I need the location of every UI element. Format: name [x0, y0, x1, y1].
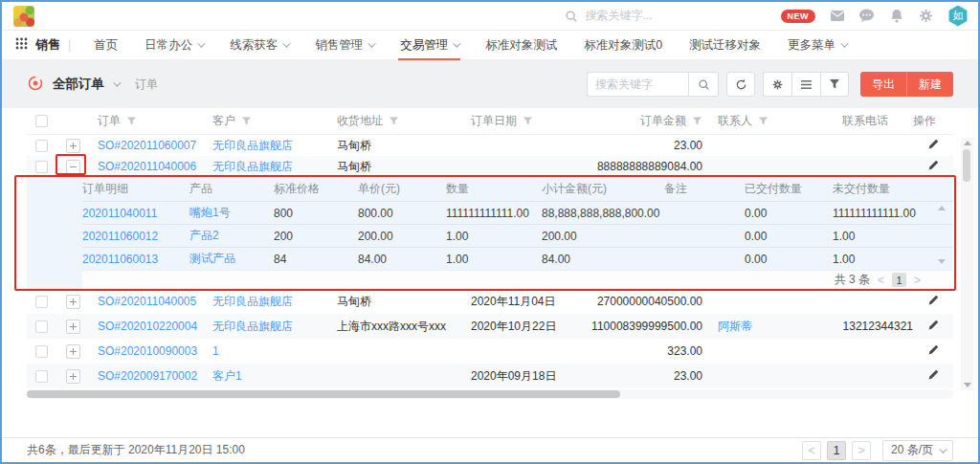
- col-amount: 订单金额: [640, 113, 686, 129]
- app-grid-icon[interactable]: [15, 37, 28, 53]
- filter-icon[interactable]: [389, 116, 399, 126]
- customer-link[interactable]: 无印良品旗舰店: [212, 139, 293, 152]
- top-bar: 搜索关键字... NEW 如: [2, 2, 978, 31]
- app-window: 搜索关键字... NEW 如 销售 | 首页 日常办公 线索获客: [0, 0, 980, 464]
- select-all-checkbox[interactable]: [35, 115, 48, 127]
- filter-icon[interactable]: [523, 116, 533, 126]
- nav-item-migrate-test[interactable]: 测试迁移对象: [676, 31, 774, 60]
- user-avatar[interactable]: 如: [947, 6, 969, 27]
- create-button[interactable]: 新建: [907, 72, 953, 97]
- row-checkbox[interactable]: [35, 370, 48, 383]
- edit-icon[interactable]: [927, 294, 940, 306]
- refresh-button[interactable]: [726, 72, 755, 97]
- list-search-button[interactable]: [688, 72, 719, 97]
- expand-row-icon[interactable]: [66, 295, 80, 309]
- product-link[interactable]: 嘴炮1号: [189, 206, 231, 219]
- edit-icon[interactable]: [927, 159, 940, 171]
- prev-page-icon[interactable]: <: [802, 441, 821, 460]
- filter-icon[interactable]: [692, 116, 702, 126]
- bell-icon[interactable]: [888, 8, 904, 24]
- detail-line-link[interactable]: 202011060012: [82, 230, 158, 243]
- order-link[interactable]: SO#202010090003: [98, 344, 197, 358]
- customer-link[interactable]: 无印良品旗舰店: [212, 160, 293, 173]
- detail-scroll-up-icon[interactable]: [938, 206, 946, 210]
- settings-button[interactable]: [763, 72, 791, 97]
- qty-cell: 111111111111.00: [446, 207, 542, 220]
- row-checkbox[interactable]: [35, 161, 48, 173]
- status-bar: 共6条，最后更新于 2020年11月20日 15:00 < 1 > 20 条/页: [2, 437, 978, 462]
- col-order: 订单: [98, 113, 121, 129]
- edit-icon[interactable]: [927, 319, 940, 331]
- nav-item-home[interactable]: 首页: [80, 31, 131, 60]
- row-checkbox[interactable]: [35, 140, 48, 152]
- expand-row-icon[interactable]: [66, 320, 80, 334]
- row-checkbox[interactable]: [35, 296, 48, 308]
- contact-link[interactable]: 阿斯蒂: [718, 320, 752, 333]
- product-link[interactable]: 产品2: [189, 229, 219, 242]
- page-size-select[interactable]: 20 条/页: [882, 440, 953, 461]
- current-page[interactable]: 1: [827, 441, 846, 460]
- edit-icon[interactable]: [927, 343, 940, 356]
- pagination: < 1 > 20 条/页: [802, 440, 953, 461]
- detail-row: 202011040011 嘴炮1号 800 800.00 11111111111…: [82, 201, 953, 224]
- order-link[interactable]: SO#202011060007: [98, 139, 196, 152]
- order-link[interactable]: SO#202009170002: [98, 369, 197, 383]
- vertical-scrollbar[interactable]: [961, 138, 973, 390]
- view-selector[interactable]: 全部订单: [53, 76, 104, 93]
- customer-link[interactable]: 无印良品旗舰店: [212, 295, 293, 308]
- scroll-up-icon[interactable]: [964, 141, 971, 145]
- col-customer: 客户: [212, 113, 235, 129]
- nav-item-standard-test[interactable]: 标准对象测试: [472, 31, 570, 60]
- filter-icon[interactable]: [758, 116, 768, 126]
- nav-item-standard-test0[interactable]: 标准对象测试0: [570, 31, 676, 60]
- mail-icon[interactable]: [829, 8, 845, 24]
- amount-cell: 323.00: [591, 344, 716, 358]
- dcol-note: 备注: [664, 181, 745, 197]
- edit-icon[interactable]: [927, 138, 940, 150]
- row-checkbox[interactable]: [35, 320, 48, 333]
- list-search-input[interactable]: [587, 72, 688, 97]
- global-search[interactable]: 搜索关键字...: [563, 8, 652, 24]
- undelivered-cell: 1.00: [833, 253, 938, 266]
- order-link[interactable]: SO#202010220004: [98, 320, 197, 333]
- table-header: 订单 客户 收货地址 订单日期 订单金额 联系人 联系电话 操作: [27, 108, 953, 135]
- detail-next-page-icon[interactable]: >: [914, 274, 921, 287]
- collapse-row-icon[interactable]: [66, 160, 80, 174]
- detail-line-link[interactable]: 202011060013: [82, 253, 158, 266]
- customer-link[interactable]: 客户1: [212, 369, 242, 383]
- dcol-std-price: 标准价格: [274, 181, 358, 197]
- gear-icon[interactable]: [918, 8, 934, 24]
- expand-row-icon[interactable]: [66, 344, 80, 359]
- scroll-down-icon[interactable]: [964, 383, 971, 387]
- chevron-down-icon[interactable]: [113, 78, 121, 86]
- filter-icon[interactable]: [241, 116, 252, 126]
- row-checkbox[interactable]: [35, 345, 48, 358]
- filter-icon[interactable]: [126, 116, 137, 126]
- nav-item-trade-mgmt[interactable]: 交易管理: [387, 31, 472, 60]
- export-button[interactable]: 导出: [860, 72, 907, 97]
- product-link[interactable]: 测试产品: [189, 252, 235, 265]
- chat-icon[interactable]: [858, 8, 875, 24]
- filter-button[interactable]: [820, 72, 849, 97]
- nav-item-sales-mgmt[interactable]: 销售管理: [301, 31, 387, 60]
- nav-item-more-menu[interactable]: 更多菜单: [774, 31, 859, 60]
- new-badge[interactable]: NEW: [781, 10, 816, 23]
- horizontal-scrollbar-thumb[interactable]: [27, 390, 620, 398]
- customer-link[interactable]: 无印良品旗舰店: [212, 320, 293, 333]
- horizontal-scrollbar[interactable]: [27, 389, 953, 399]
- expand-row-icon[interactable]: [66, 139, 80, 153]
- vertical-scrollbar-thumb[interactable]: [963, 149, 970, 182]
- customer-link[interactable]: 1: [212, 344, 219, 358]
- detail-line-link[interactable]: 202011040011: [82, 207, 157, 220]
- edit-icon[interactable]: [927, 368, 940, 381]
- nav-item-daily-office[interactable]: 日常办公: [131, 31, 216, 60]
- detail-page-number[interactable]: 1: [892, 273, 906, 287]
- detail-prev-page-icon[interactable]: <: [878, 274, 884, 287]
- order-link[interactable]: SO#202011040006: [98, 160, 196, 173]
- expand-row-icon[interactable]: [66, 369, 80, 384]
- order-link[interactable]: SO#202011040005: [98, 295, 196, 308]
- list-layout-button[interactable]: [791, 72, 820, 97]
- next-page-icon[interactable]: >: [852, 441, 871, 460]
- nav-item-leads[interactable]: 线索获客: [216, 31, 301, 60]
- detail-scroll-down-icon[interactable]: [938, 259, 946, 264]
